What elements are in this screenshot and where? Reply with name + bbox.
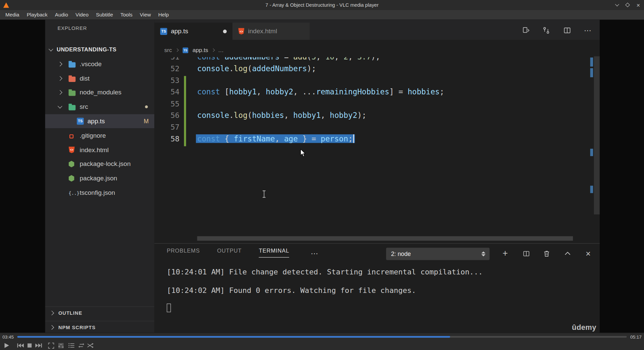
fullscreen-icon xyxy=(48,342,54,348)
code-line-52[interactable]: 52console.log(addedNumbers); xyxy=(154,64,599,76)
token: ] = xyxy=(389,87,408,96)
token: , xyxy=(334,57,343,61)
close-panel-button[interactable] xyxy=(584,249,593,258)
terminal-line: [10:24:01 AM] File change detected. Star… xyxy=(167,267,483,276)
tree-item-tsconfig-json[interactable]: tsconfig.json xyxy=(45,185,155,200)
menu-video[interactable]: Video xyxy=(72,10,92,19)
code-line-58[interactable]: 58const { firstName, age } = person; xyxy=(154,134,599,146)
breadcrumb-folder[interactable]: src xyxy=(164,47,172,53)
tree-item-package-json[interactable]: package.json xyxy=(45,171,155,186)
minimize-button[interactable] xyxy=(613,2,620,8)
panel-tab-terminal[interactable]: TERMINAL xyxy=(259,248,289,257)
tree-root-item[interactable]: UNDERSTANDING-TS xyxy=(45,43,155,57)
tab-index-html[interactable]: index.html xyxy=(232,23,310,40)
code-line-55[interactable]: 55 xyxy=(154,99,599,111)
tree-item-app-ts[interactable]: app.tsM xyxy=(45,114,155,128)
tree-item-vscode[interactable]: .vscode xyxy=(45,57,155,71)
token: 3.7 xyxy=(357,57,371,61)
previous-button[interactable] xyxy=(16,341,25,350)
split-editor-button[interactable] xyxy=(563,26,572,35)
npm-file-icon xyxy=(68,175,74,182)
stop-button[interactable] xyxy=(24,341,34,350)
vertical-scrollbar[interactable] xyxy=(594,56,600,215)
tree-item-node-modules[interactable]: node_modules xyxy=(45,85,155,100)
tree-item-src[interactable]: src xyxy=(45,100,155,114)
more-actions-button[interactable]: ⋯ xyxy=(583,26,592,35)
playlist-button[interactable] xyxy=(66,341,76,350)
shuffle-button[interactable] xyxy=(86,341,95,350)
breadcrumb-file[interactable]: app.ts xyxy=(193,47,208,53)
terminal-profile-select[interactable]: 2: node xyxy=(386,248,490,260)
outline-section-label: OUTLINE xyxy=(58,310,82,316)
chevron-right-icon xyxy=(175,48,178,52)
code-text: const { firstName, age } = person; xyxy=(196,134,355,143)
outline-section[interactable]: OUTLINE xyxy=(45,306,155,319)
tree-item-dist[interactable]: dist xyxy=(45,71,155,86)
horizontal-scrollbar[interactable] xyxy=(197,236,573,240)
open-changes-button[interactable] xyxy=(522,26,531,35)
token: hobbies xyxy=(252,111,284,120)
menu-bar: MediaPlaybackAudioVideoSubtitleToolsView… xyxy=(0,10,644,19)
tree-item-package-lock-json[interactable]: package-lock.json xyxy=(45,157,155,171)
unsaved-dot-icon[interactable] xyxy=(223,29,227,33)
token: ); xyxy=(307,64,316,73)
code-line-56[interactable]: 56console.log(hobbies, hobby1, hobby2); xyxy=(154,111,599,123)
editor-caret xyxy=(353,134,354,143)
token: hobby2 xyxy=(330,111,357,120)
menu-playback[interactable]: Playback xyxy=(23,10,51,19)
new-terminal-button[interactable] xyxy=(501,249,510,258)
play-button[interactable] xyxy=(2,341,11,350)
stop-icon xyxy=(27,343,32,348)
panel-tab-problems[interactable]: PROBLEMS xyxy=(167,248,200,257)
fullscreen-button[interactable] xyxy=(46,341,56,350)
menu-tools[interactable]: Tools xyxy=(117,10,136,19)
menu-view[interactable]: View xyxy=(136,10,155,19)
code-line-57[interactable]: 57 xyxy=(154,123,599,134)
line-number: 51 xyxy=(163,57,179,61)
explorer-tree: UNDERSTANDING-TS .vscodedistnode_modules… xyxy=(45,43,155,200)
code-line-54[interactable]: 54const [hobby1, hobby2, ...remainingHob… xyxy=(154,87,599,99)
breadcrumb-symbol[interactable]: … xyxy=(218,47,224,53)
tab-app-ts[interactable]: app.ts xyxy=(154,23,232,40)
panel-tab-output[interactable]: OUTPUT xyxy=(217,248,241,257)
tree-item-index-html[interactable]: index.html xyxy=(45,143,155,157)
seek-bar[interactable] xyxy=(17,336,627,338)
tree-item-gitignore[interactable]: .gitignore xyxy=(45,128,155,143)
npm-scripts-section[interactable]: NPM SCRIPTS xyxy=(45,321,155,333)
udemy-watermark: ûdemy xyxy=(572,323,596,332)
minimize-icon xyxy=(615,2,619,6)
line-number: 56 xyxy=(163,111,179,120)
loop-button[interactable] xyxy=(76,341,86,350)
panel-more-button[interactable]: ⋯ xyxy=(310,249,319,258)
code-viewport[interactable]: 51const addedNumbers = add(5, 10, 2, 3.7… xyxy=(154,57,599,243)
menu-subtitle[interactable]: Subtitle xyxy=(92,10,117,19)
panel-more-icon: ⋯ xyxy=(311,249,318,258)
token: , xyxy=(284,111,293,120)
maximize-panel-button[interactable] xyxy=(563,249,572,258)
kill-terminal-button[interactable] xyxy=(542,249,551,258)
terminal-profile-label: 2: node xyxy=(391,251,411,257)
menu-media[interactable]: Media xyxy=(2,10,23,19)
video-area[interactable]: EXPLORER UNDERSTANDING-TS .vscodedistnod… xyxy=(0,20,644,333)
tree-root-label: UNDERSTANDING-TS xyxy=(57,47,116,53)
menu-help[interactable]: Help xyxy=(155,10,173,19)
code-line-53[interactable]: 53 xyxy=(154,76,599,88)
html-file-icon xyxy=(238,28,244,35)
editor-group: app.ts index.html xyxy=(154,20,599,333)
split-terminal-icon xyxy=(523,250,530,257)
menu-audio[interactable]: Audio xyxy=(51,10,72,19)
close-button[interactable] xyxy=(635,2,642,8)
split-terminal-button[interactable] xyxy=(522,249,531,258)
line-number: 57 xyxy=(163,123,179,131)
token: ( xyxy=(248,64,252,73)
extended-settings-button[interactable] xyxy=(56,341,66,350)
git-compare-button[interactable] xyxy=(542,26,551,35)
token: addedNumbers xyxy=(225,57,280,61)
player-controls: 03:45 05:17 xyxy=(0,333,644,350)
breadcrumb: src app.ts … xyxy=(154,43,599,57)
code-line-51[interactable]: 51const addedNumbers = add(5, 10, 2, 3.7… xyxy=(154,57,599,64)
maximize-button[interactable] xyxy=(624,2,631,8)
next-button[interactable] xyxy=(34,341,43,350)
tree-item-label: .gitignore xyxy=(80,132,106,139)
token: console xyxy=(197,111,229,120)
